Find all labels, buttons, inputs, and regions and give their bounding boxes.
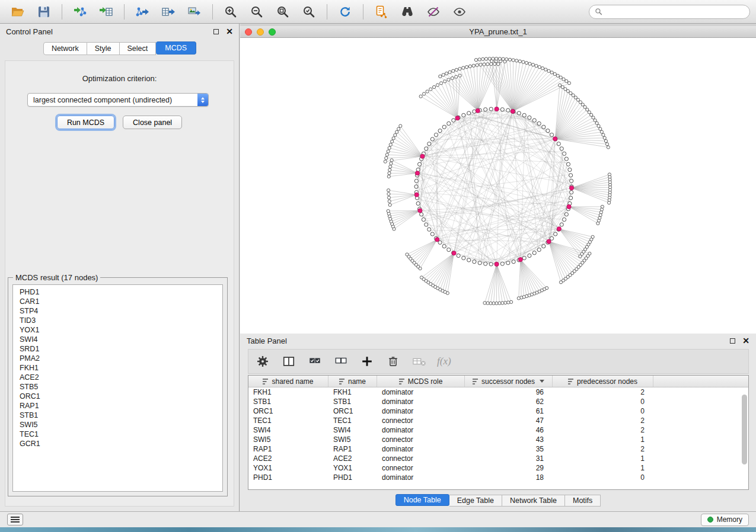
network-leaf-node[interactable]	[478, 58, 481, 61]
tab-style[interactable]: Style	[87, 42, 120, 55]
network-leaf-node[interactable]	[388, 203, 391, 206]
window-minimize-icon[interactable]	[257, 28, 264, 36]
network-leaf-node[interactable]	[592, 116, 595, 119]
network-leaf-node[interactable]	[439, 82, 442, 85]
network-node[interactable]	[542, 245, 546, 248]
network-node[interactable]	[532, 251, 536, 255]
network-leaf-node[interactable]	[607, 146, 610, 149]
mcds-result-list[interactable]: PHD1CAR1STP4TID3YOX1SWI4SRD1PMA2FKH1ACE2…	[12, 284, 223, 492]
network-node[interactable]	[522, 113, 526, 117]
network-node[interactable]	[560, 223, 563, 226]
network-node[interactable]	[462, 256, 465, 259]
network-leaf-node[interactable]	[581, 103, 584, 106]
search-box[interactable]	[589, 5, 750, 19]
table-settings-button[interactable]	[254, 353, 271, 370]
network-leaf-node[interactable]	[590, 113, 593, 116]
table-row[interactable]: FKH1FKH1dominator962	[248, 387, 748, 397]
network-leaf-node[interactable]	[385, 153, 388, 156]
network-leaf-node[interactable]	[445, 72, 448, 75]
tab-edge-table[interactable]: Edge Table	[449, 495, 502, 507]
network-leaf-node[interactable]	[559, 84, 562, 86]
network-leaf-node[interactable]	[419, 95, 422, 98]
network-leaf-node[interactable]	[399, 124, 402, 127]
network-leaf-node[interactable]	[385, 156, 388, 159]
network-node[interactable]	[569, 196, 573, 200]
network-leaf-node[interactable]	[492, 302, 495, 305]
mcds-result-item[interactable]: ORC1	[20, 392, 222, 401]
network-node[interactable]	[522, 256, 526, 259]
network-node[interactable]	[564, 157, 568, 161]
split-panel-button[interactable]	[280, 353, 297, 370]
network-leaf-node[interactable]	[603, 136, 606, 139]
mcds-result-item[interactable]: FKH1	[20, 363, 222, 373]
network-leaf-node[interactable]	[497, 63, 500, 66]
column-header-successor-nodes[interactable]: successor nodes	[465, 376, 553, 387]
network-node[interactable]	[447, 121, 451, 125]
network-leaf-node[interactable]	[512, 59, 515, 62]
network-node[interactable]	[489, 107, 493, 111]
network-leaf-node[interactable]	[595, 121, 598, 124]
network-node[interactable]	[430, 232, 434, 236]
table-row[interactable]: ORC1ORC1dominator610	[248, 406, 748, 416]
network-leaf-node[interactable]	[602, 133, 605, 136]
network-leaf-node[interactable]	[495, 57, 498, 60]
mcds-result-item[interactable]: ACE2	[20, 373, 222, 382]
network-leaf-node[interactable]	[559, 281, 562, 284]
network-leaf-node[interactable]	[515, 59, 518, 62]
mcds-result-item[interactable]: PHD1	[20, 287, 222, 297]
close-panel-button[interactable]: Close panel	[123, 116, 182, 129]
select-all-rows-button[interactable]	[307, 353, 323, 370]
function-builder-button[interactable]: f(x)	[437, 355, 451, 367]
refresh-button[interactable]	[333, 2, 357, 21]
network-node[interactable]	[484, 262, 487, 265]
network-leaf-node[interactable]	[439, 75, 442, 78]
mcds-result-item[interactable]: SRD1	[20, 344, 222, 354]
network-node[interactable]	[570, 190, 573, 194]
mcds-result-item[interactable]: GCR1	[20, 439, 222, 448]
network-leaf-node[interactable]	[429, 88, 432, 91]
tab-network-table[interactable]: Network Table	[502, 495, 565, 507]
network-leaf-node[interactable]	[550, 71, 553, 74]
network-leaf-node[interactable]	[588, 111, 591, 114]
network-node[interactable]	[500, 262, 504, 265]
network-leaf-node[interactable]	[559, 76, 562, 79]
network-leaf-node[interactable]	[544, 68, 547, 71]
import-network-button[interactable]	[68, 2, 92, 21]
network-mcds-node[interactable]	[511, 109, 515, 113]
network-leaf-node[interactable]	[508, 58, 511, 61]
network-mcds-node[interactable]	[452, 251, 456, 255]
network-leaf-node[interactable]	[458, 74, 461, 77]
network-leaf-node[interactable]	[387, 196, 390, 199]
network-leaf-node[interactable]	[518, 60, 521, 63]
network-leaf-node[interactable]	[566, 89, 569, 92]
network-leaf-node[interactable]	[422, 92, 425, 95]
copy-share-document-button[interactable]	[369, 2, 393, 21]
network-node[interactable]	[500, 108, 504, 111]
open-file-button[interactable]	[6, 2, 30, 21]
network-node[interactable]	[557, 142, 560, 146]
network-leaf-node[interactable]	[384, 160, 387, 163]
network-node[interactable]	[428, 227, 431, 231]
network-node[interactable]	[425, 147, 428, 150]
column-header-mcds-role[interactable]: MCDS role	[377, 376, 465, 387]
network-leaf-node[interactable]	[502, 57, 505, 60]
network-mcds-node[interactable]	[414, 193, 419, 197]
network-leaf-node[interactable]	[458, 68, 461, 70]
network-leaf-node[interactable]	[392, 137, 395, 140]
zoom-fit-button[interactable]	[271, 2, 295, 21]
network-node[interactable]	[442, 125, 446, 129]
network-leaf-node[interactable]	[576, 98, 579, 101]
network-leaf-node[interactable]	[501, 302, 504, 305]
network-leaf-node[interactable]	[522, 60, 525, 63]
mcds-result-item[interactable]: STB1	[20, 411, 222, 420]
network-node[interactable]	[414, 185, 418, 188]
network-leaf-node[interactable]	[525, 62, 528, 65]
network-leaf-node[interactable]	[442, 73, 445, 76]
network-leaf-node[interactable]	[387, 193, 390, 196]
network-leaf-node[interactable]	[436, 84, 439, 86]
network-leaf-node[interactable]	[495, 302, 498, 305]
network-leaf-node[interactable]	[562, 78, 565, 81]
network-leaf-node[interactable]	[390, 162, 393, 165]
network-node[interactable]	[560, 147, 563, 150]
network-leaf-node[interactable]	[388, 146, 391, 149]
